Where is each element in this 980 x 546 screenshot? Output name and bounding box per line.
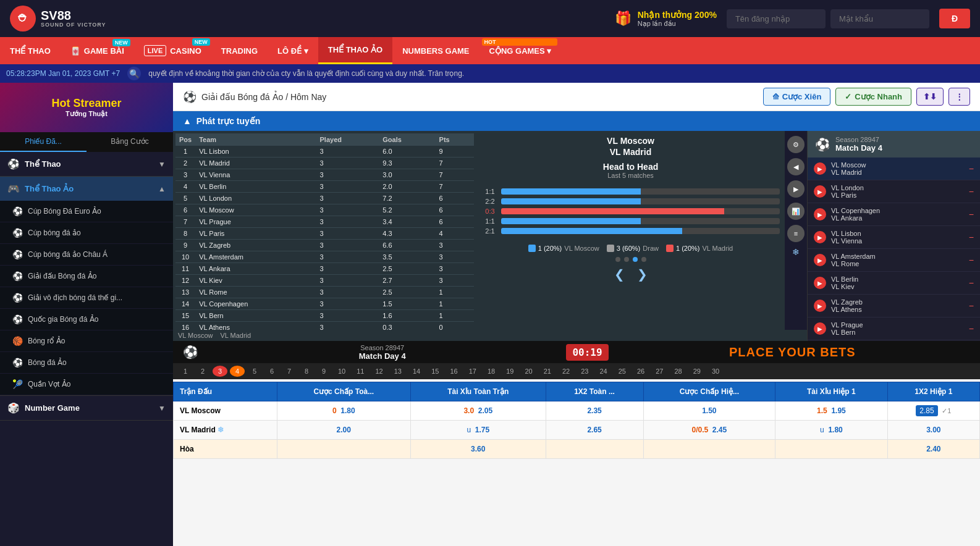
subitem-bong-ro-ao[interactable]: 🏀 Bóng rổ Ảo [0,330,173,352]
num-8[interactable]: 8 [299,366,314,377]
logo[interactable]: SV88 SOUND OF VICTORY [10,6,106,32]
num-25[interactable]: 25 [614,366,630,377]
minus-btn-2[interactable]: − [969,187,974,196]
number-game-header[interactable]: 🎲 Number Game ▼ [0,396,173,420]
num-17[interactable]: 17 [465,366,481,377]
nav-item-numbers-game[interactable]: NUMBERS GAME [392,37,479,64]
num-3[interactable]: 3 [213,366,227,377]
num-21[interactable]: 21 [539,366,555,377]
x12-h1-240[interactable]: 2.40 [926,445,940,453]
num-13[interactable]: 13 [390,366,406,377]
nav-item-trading[interactable]: TRADING [211,37,268,64]
minus-btn-7[interactable]: − [969,301,974,311]
play-btn-8[interactable]: ▶ [814,322,826,335]
chap-hiep-245[interactable]: 2.45 [712,426,727,434]
num-30[interactable]: 30 [708,366,724,377]
tx-val-360[interactable]: 3.60 [471,445,485,453]
chap-hiep-val-150[interactable]: 1.50 [702,406,716,415]
match-item-1[interactable]: ▶ VL MoscowVL Madrid − [808,158,980,180]
num-5[interactable]: 5 [247,366,262,377]
prev-arrow[interactable]: ❮ [614,267,625,282]
num-28[interactable]: 28 [670,366,686,377]
x12-h1-300[interactable]: 3.00 [926,426,940,434]
cuoc-xien-button[interactable]: ⟰ Cược Xiên [763,88,831,106]
ctrl-btn-stats[interactable]: 📊 [787,203,805,220]
minus-btn-4[interactable]: − [969,232,974,242]
num-27[interactable]: 27 [651,366,667,377]
nav-item-the-thao[interactable]: THỂ THAO [0,37,61,64]
live-section-header[interactable]: ▲ Phát trực tuyến [173,111,980,131]
ctrl-btn-3[interactable]: ▶ [787,180,805,198]
nav-item-casino[interactable]: LIVE CASINO NEW [134,37,211,64]
play-btn-4[interactable]: ▶ [814,231,826,243]
chap-val-200[interactable]: 2.00 [337,426,351,434]
num-14[interactable]: 14 [408,366,425,377]
register-button[interactable]: Đ [939,9,970,28]
promo-banner[interactable]: 🎁 Nhận thưởng 200% Nạp lần đầu [615,10,717,28]
num-11[interactable]: 11 [352,366,368,377]
num-23[interactable]: 23 [577,366,593,377]
tx-val-205[interactable]: 2.05 [478,406,492,415]
num-6[interactable]: 6 [264,366,279,377]
play-btn-5[interactable]: ▶ [814,254,826,266]
settings-button[interactable]: ⬆⬇ [916,88,944,106]
minus-btn-6[interactable]: − [969,278,974,288]
num-9[interactable]: 9 [316,366,331,377]
chap-val-180[interactable]: 1.80 [340,406,355,415]
subitem-giai-dau-bong-da-ao[interactable]: ⚽ Giải đấu Bóng đá Ảo [0,266,173,287]
num-18[interactable]: 18 [483,366,499,377]
x12-hiep1-hoa[interactable]: 2.40 [887,440,979,459]
cuoc-nhanh-button[interactable]: ✓ Cược Nhanh [835,88,911,106]
minus-btn-3[interactable]: − [969,209,974,219]
match-item-5[interactable]: ▶ VL AmsterdamVL Rome − [808,249,980,272]
play-btn-6[interactable]: ▶ [814,277,826,289]
more-options-button[interactable]: ⋮ [948,88,970,106]
x12-val-235[interactable]: 2.35 [587,406,601,415]
login-input[interactable] [727,9,826,28]
ctrl-btn-1[interactable]: ⚙ [787,136,805,153]
nav-item-game-bai[interactable]: 🀄 GAME BÀI NEW [61,37,134,64]
num-1[interactable]: 1 [178,366,193,377]
subitem-cup-bong-da-ao[interactable]: ⚽ Cúp bóng đá ảo [0,222,173,244]
ctrl-btn-list[interactable]: ≡ [787,225,805,242]
match-item-2[interactable]: ▶ VL LondonVL Paris − [808,180,980,203]
subitem-cup-euro-ao[interactable]: ⚽ Cúp Bóng Đá Euro Ảo [0,201,173,222]
play-btn-2[interactable]: ▶ [814,185,826,198]
num-2[interactable]: 2 [195,366,210,377]
num-4[interactable]: 4 [230,366,245,377]
subitem-bong-da-ao[interactable]: ⚽ Bóng đá Ảo [0,352,173,374]
tx-val-175[interactable]: 1.75 [475,426,489,434]
tab-bang-cuoc[interactable]: Bảng Cước [87,132,173,152]
x12-hiep1-madrid[interactable]: 3.00 [887,421,979,440]
nav-item-the-thao-ao[interactable]: THỂ THAO ẢO [318,37,393,64]
num-12[interactable]: 12 [371,366,387,377]
x12-madrid[interactable]: 2.65 [546,421,643,440]
x12-hiep1-moscow[interactable]: 2.85 ✓1 [887,401,979,421]
subitem-quoc-gia[interactable]: ⚽ Quốc gia Bóng đá Ảo [0,309,173,330]
play-btn-7[interactable]: ▶ [814,300,826,312]
minus-btn-8[interactable]: − [969,324,974,334]
x12-h1-285[interactable]: 2.85 [916,405,937,416]
num-19[interactable]: 19 [502,366,518,377]
play-btn-1[interactable]: ▶ [814,162,826,175]
num-26[interactable]: 26 [633,366,649,377]
x12-moscow[interactable]: 2.35 [546,401,643,421]
the-thao-ao-header[interactable]: 🎮 Thể Thao Ảo ▲ [0,177,173,201]
tx-h1-195[interactable]: 1.95 [831,406,845,415]
the-thao-header[interactable]: ⚽ Thể Thao ▼ [0,152,173,176]
subitem-giai-vo-dich[interactable]: ⚽ Giải vô địch bóng đá thế gi... [0,287,173,309]
num-10[interactable]: 10 [334,366,350,377]
num-16[interactable]: 16 [446,366,462,377]
match-item-4[interactable]: ▶ VL LisbonVL Vienna − [808,226,980,249]
match-item-8[interactable]: ▶ VL PragueVL Bern − [808,317,980,340]
password-input[interactable] [830,9,929,28]
num-20[interactable]: 20 [521,366,537,377]
match-item-7[interactable]: ▶ VL ZagrebVL Athens − [808,295,980,317]
subitem-quan-vot-ao[interactable]: 🎾 Quần Vợt Ảo [0,374,173,395]
search-button[interactable]: 🔍 [127,67,141,80]
subitem-cup-chau-a[interactable]: ⚽ Cúp bóng đá ảo Châu Á [0,244,173,266]
tx-h1-180[interactable]: 1.80 [828,426,842,434]
minus-btn-1[interactable]: − [969,164,974,174]
tab-phieu-da[interactable]: Phiếu Đã... [0,132,87,152]
num-24[interactable]: 24 [596,366,612,377]
